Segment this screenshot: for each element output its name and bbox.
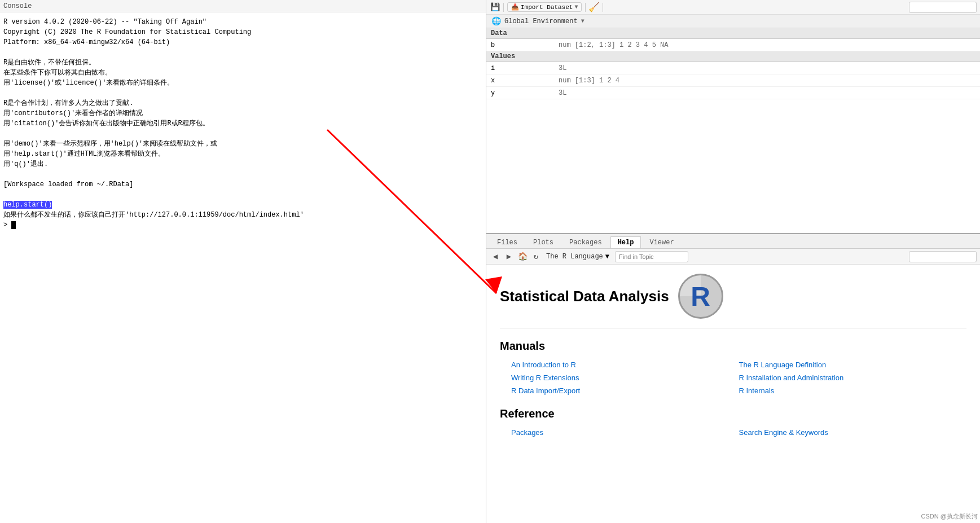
env-row-i[interactable]: i 3L xyxy=(486,62,980,74)
env-content: Data b num [1:2, 1:3] 1 2 3 4 5 NA Value… xyxy=(486,28,980,233)
env-name-i: i xyxy=(491,64,559,72)
env-row-b[interactable]: b num [1:2, 1:3] 1 2 3 4 5 NA xyxy=(486,39,980,51)
env-name-x: x xyxy=(491,77,559,85)
env-value-x: num [1:3] 1 2 4 xyxy=(559,77,975,85)
help-panel: Files Plots Packages Help Viewer ◀ ▶ 🏠 xyxy=(486,234,980,523)
env-data-header: Data xyxy=(486,28,980,39)
manual-link-intro[interactable]: An Introduction to R xyxy=(511,359,728,370)
find-in-topic-input[interactable] xyxy=(615,251,688,262)
console-header: Console xyxy=(0,0,486,12)
manual-link-import[interactable]: R Data Import/Export xyxy=(511,385,728,396)
env-row-x[interactable]: x num [1:3] 1 2 4 xyxy=(486,74,980,87)
manual-link-definition[interactable]: The R Language Definition xyxy=(739,359,956,370)
back-button[interactable]: ◀ xyxy=(490,251,501,262)
r-logo-letter: R xyxy=(691,281,710,312)
env-subheader: 🌐 Global Environment ▼ xyxy=(486,15,980,28)
breadcrumb-separator: ▼ xyxy=(605,253,609,261)
watermark: CSDN @执念新长河 xyxy=(921,512,978,521)
reference-section: Reference Packages Search Engine & Keywo… xyxy=(500,407,966,438)
home-button[interactable]: 🏠 xyxy=(517,251,528,262)
tab-packages[interactable]: Packages xyxy=(562,236,609,248)
env-value-i: 3L xyxy=(559,64,975,72)
manual-link-extensions[interactable]: Writing R Extensions xyxy=(511,372,728,383)
help-main-title: Statistical Data Analysis R xyxy=(500,274,966,328)
refresh-button[interactable]: ↻ xyxy=(530,251,542,262)
breadcrumb-link[interactable]: The R Language xyxy=(546,253,603,261)
tab-help[interactable]: Help xyxy=(610,236,641,248)
toolbar-separator-2 xyxy=(585,3,586,12)
env-search-input[interactable] xyxy=(909,2,977,13)
help-content: Statistical Data Analysis R Manuals An I… xyxy=(486,265,980,523)
reference-link-search[interactable]: Search Engine & Keywords xyxy=(739,427,956,438)
right-panel: 💾 📥 Import Dataset ▼ 🧹 🌐 Global Environm… xyxy=(486,0,980,523)
import-dataset-button[interactable]: 📥 Import Dataset ▼ xyxy=(507,2,582,12)
console-highlight: help.start() xyxy=(3,201,52,209)
reference-title: Reference xyxy=(500,407,966,420)
manual-link-internals[interactable]: R Internals xyxy=(739,385,956,396)
console-content[interactable]: R version 4.0.2 (2020-06-22) -- "Taking … xyxy=(0,12,486,523)
env-globe-icon: 🌐 xyxy=(491,16,501,27)
console-text: R version 4.0.2 (2020-06-22) -- "Taking … xyxy=(3,17,482,230)
reference-link-packages[interactable]: Packages xyxy=(511,427,728,438)
help-toolbar: ◀ ▶ 🏠 ↻ The R Language ▼ xyxy=(486,249,980,265)
env-toolbar: 💾 📥 Import Dataset ▼ 🧹 xyxy=(486,0,980,15)
env-name-y: y xyxy=(491,89,559,97)
manuals-title: Manuals xyxy=(500,340,966,353)
reference-grid: Packages Search Engine & Keywords xyxy=(500,427,966,438)
tab-plots[interactable]: Plots xyxy=(526,236,561,248)
env-row-y[interactable]: y 3L xyxy=(486,87,980,99)
r-logo: R xyxy=(678,274,723,319)
tab-viewer[interactable]: Viewer xyxy=(642,236,681,248)
global-env-arrow: ▼ xyxy=(581,18,585,24)
env-values-header: Values xyxy=(486,51,980,62)
forward-button[interactable]: ▶ xyxy=(503,251,515,262)
env-panel: 💾 📥 Import Dataset ▼ 🧹 🌐 Global Environm… xyxy=(486,0,980,234)
console-title: Console xyxy=(3,2,32,10)
console-panel: Console R version 4.0.2 (2020-06-22) -- … xyxy=(0,0,486,523)
console-cursor xyxy=(11,221,16,229)
env-value-b: num [1:2, 1:3] 1 2 3 4 5 NA xyxy=(559,41,975,49)
toolbar-separator-1 xyxy=(503,3,504,12)
global-env-dropdown[interactable]: Global Environment xyxy=(504,17,578,25)
help-search-input[interactable] xyxy=(909,251,977,262)
save-icon[interactable]: 💾 xyxy=(490,2,500,12)
help-breadcrumb: The R Language ▼ xyxy=(546,253,609,261)
panel-tabs: Files Plots Packages Help Viewer xyxy=(486,234,980,249)
broom-icon[interactable]: 🧹 xyxy=(589,2,599,12)
toolbar-separator-3 xyxy=(603,3,603,12)
manuals-section: Manuals An Introduction to R The R Langu… xyxy=(500,340,966,396)
env-value-y: 3L xyxy=(559,89,975,97)
import-icon: 📥 xyxy=(511,3,519,11)
help-title-text: Statistical Data Analysis xyxy=(500,288,669,305)
import-label: Import Dataset xyxy=(521,4,573,11)
env-name-b: b xyxy=(491,41,559,49)
manual-link-install[interactable]: R Installation and Administration xyxy=(739,372,956,383)
manuals-grid: An Introduction to R The R Language Defi… xyxy=(500,359,966,396)
import-dropdown-arrow: ▼ xyxy=(574,4,578,10)
tab-files[interactable]: Files xyxy=(490,236,525,248)
